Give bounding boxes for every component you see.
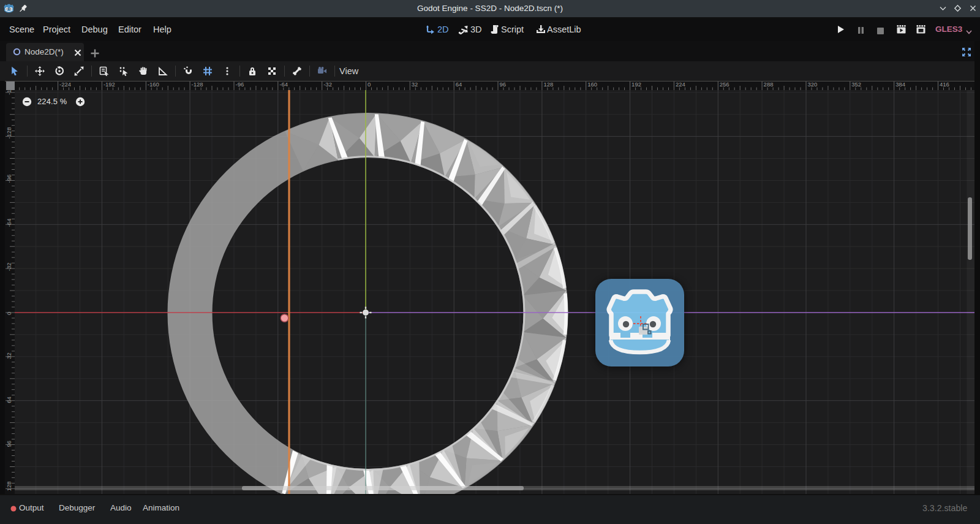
svg-text:352: 352 — [851, 81, 861, 88]
svg-text:64: 64 — [6, 397, 12, 403]
svg-text:-32: -32 — [323, 81, 332, 88]
svg-text:-160: -160 — [6, 90, 12, 95]
svg-text:-96: -96 — [6, 175, 12, 183]
svg-text:96: 96 — [500, 81, 507, 88]
svg-text:32: 32 — [412, 81, 418, 88]
svg-text:224: 224 — [676, 81, 685, 88]
svg-text:192: 192 — [631, 81, 641, 88]
svg-text:-64: -64 — [6, 219, 12, 227]
svg-text:128: 128 — [543, 81, 553, 88]
svg-text:384: 384 — [895, 81, 905, 88]
svg-text:64: 64 — [456, 81, 462, 88]
svg-text:288: 288 — [764, 81, 774, 88]
svg-text:-160: -160 — [148, 81, 159, 88]
svg-text:0: 0 — [368, 81, 371, 88]
svg-text:160: 160 — [587, 81, 597, 88]
svg-text:256: 256 — [720, 81, 729, 88]
svg-text:-224: -224 — [59, 81, 71, 88]
svg-text:416: 416 — [940, 81, 949, 88]
svg-text:320: 320 — [808, 81, 818, 88]
svg-text:128: 128 — [6, 482, 12, 492]
svg-text:96: 96 — [6, 441, 12, 447]
svg-text:0: 0 — [6, 312, 12, 315]
svg-text:-96: -96 — [236, 81, 244, 88]
svg-text:-128: -128 — [6, 127, 12, 139]
svg-text:-32: -32 — [6, 262, 12, 271]
svg-text:-128: -128 — [192, 81, 203, 88]
svg-text:-192: -192 — [104, 81, 115, 88]
svg-text:32: 32 — [6, 352, 12, 359]
svg-text:-64: -64 — [279, 81, 288, 88]
